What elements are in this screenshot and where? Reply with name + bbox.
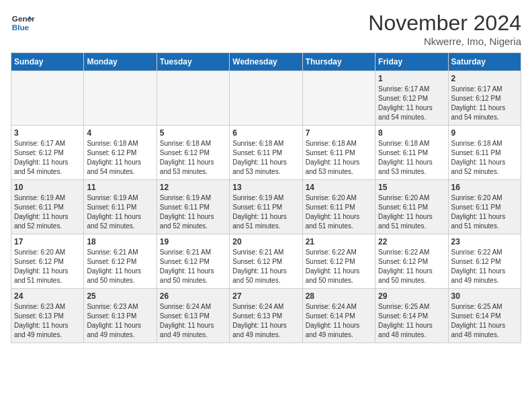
calendar-week-1: 1Sunrise: 6:17 AM Sunset: 6:12 PM Daylig… xyxy=(11,71,521,126)
month-title: November 2024 xyxy=(368,11,521,36)
day-info: Sunrise: 6:17 AM Sunset: 6:12 PM Dayligh… xyxy=(451,85,518,122)
day-number: 26 xyxy=(160,291,226,301)
day-number: 4 xyxy=(87,128,153,138)
day-info: Sunrise: 6:20 AM Sunset: 6:11 PM Dayligh… xyxy=(306,193,372,231)
calendar-week-3: 10Sunrise: 6:19 AM Sunset: 6:11 PM Dayli… xyxy=(11,180,521,234)
day-info: Sunrise: 6:17 AM Sunset: 6:12 PM Dayligh… xyxy=(14,139,81,177)
calendar-cell: 20Sunrise: 6:21 AM Sunset: 6:12 PM Dayli… xyxy=(230,234,302,289)
calendar-cell xyxy=(302,71,375,126)
calendar-cell: 19Sunrise: 6:21 AM Sunset: 6:12 PM Dayli… xyxy=(157,234,229,289)
calendar-body: 1Sunrise: 6:17 AM Sunset: 6:12 PM Daylig… xyxy=(11,71,521,343)
day-info: Sunrise: 6:19 AM Sunset: 6:11 PM Dayligh… xyxy=(160,193,226,231)
day-info: Sunrise: 6:23 AM Sunset: 6:13 PM Dayligh… xyxy=(14,302,81,340)
calendar-week-4: 17Sunrise: 6:20 AM Sunset: 6:12 PM Dayli… xyxy=(11,234,521,289)
day-info: Sunrise: 6:25 AM Sunset: 6:14 PM Dayligh… xyxy=(451,302,518,340)
calendar-cell: 25Sunrise: 6:23 AM Sunset: 6:13 PM Dayli… xyxy=(84,289,157,343)
day-number: 22 xyxy=(378,237,445,246)
day-header-friday: Friday xyxy=(375,53,448,71)
day-info: Sunrise: 6:22 AM Sunset: 6:12 PM Dayligh… xyxy=(451,248,518,285)
calendar-cell: 8Sunrise: 6:18 AM Sunset: 6:11 PM Daylig… xyxy=(375,126,448,180)
logo: General Blue xyxy=(11,11,35,35)
day-info: Sunrise: 6:21 AM Sunset: 6:12 PM Dayligh… xyxy=(160,248,226,285)
day-number: 9 xyxy=(451,128,518,138)
calendar-cell: 14Sunrise: 6:20 AM Sunset: 6:11 PM Dayli… xyxy=(302,180,375,234)
calendar-header-row: SundayMondayTuesdayWednesdayThursdayFrid… xyxy=(11,53,521,71)
day-header-thursday: Thursday xyxy=(302,53,375,71)
calendar-cell: 2Sunrise: 6:17 AM Sunset: 6:12 PM Daylig… xyxy=(448,71,521,126)
calendar-cell: 1Sunrise: 6:17 AM Sunset: 6:12 PM Daylig… xyxy=(375,71,448,126)
day-info: Sunrise: 6:22 AM Sunset: 6:12 PM Dayligh… xyxy=(378,248,445,285)
calendar-cell: 7Sunrise: 6:18 AM Sunset: 6:11 PM Daylig… xyxy=(302,126,375,180)
day-number: 21 xyxy=(306,237,372,246)
day-number: 23 xyxy=(451,237,518,246)
day-number: 6 xyxy=(232,128,299,138)
day-number: 20 xyxy=(232,237,299,246)
day-info: Sunrise: 6:21 AM Sunset: 6:12 PM Dayligh… xyxy=(232,248,299,285)
calendar-cell: 28Sunrise: 6:24 AM Sunset: 6:14 PM Dayli… xyxy=(302,289,375,343)
day-info: Sunrise: 6:18 AM Sunset: 6:11 PM Dayligh… xyxy=(232,139,299,177)
day-info: Sunrise: 6:24 AM Sunset: 6:14 PM Dayligh… xyxy=(306,302,372,340)
day-info: Sunrise: 6:19 AM Sunset: 6:11 PM Dayligh… xyxy=(232,193,299,231)
day-info: Sunrise: 6:24 AM Sunset: 6:13 PM Dayligh… xyxy=(232,302,299,340)
day-number: 7 xyxy=(306,128,372,138)
day-info: Sunrise: 6:17 AM Sunset: 6:12 PM Dayligh… xyxy=(378,85,445,122)
calendar-cell xyxy=(157,71,229,126)
calendar-cell: 15Sunrise: 6:20 AM Sunset: 6:11 PM Dayli… xyxy=(375,180,448,234)
calendar-cell: 26Sunrise: 6:24 AM Sunset: 6:13 PM Dayli… xyxy=(157,289,229,343)
calendar-cell: 24Sunrise: 6:23 AM Sunset: 6:13 PM Dayli… xyxy=(11,289,84,343)
day-info: Sunrise: 6:18 AM Sunset: 6:12 PM Dayligh… xyxy=(87,139,153,177)
day-info: Sunrise: 6:20 AM Sunset: 6:11 PM Dayligh… xyxy=(451,193,518,231)
day-info: Sunrise: 6:19 AM Sunset: 6:11 PM Dayligh… xyxy=(14,193,81,231)
day-number: 15 xyxy=(378,183,445,192)
calendar-cell: 3Sunrise: 6:17 AM Sunset: 6:12 PM Daylig… xyxy=(11,126,84,180)
svg-text:Blue: Blue xyxy=(12,23,30,32)
calendar-cell: 22Sunrise: 6:22 AM Sunset: 6:12 PM Dayli… xyxy=(375,234,448,289)
day-header-saturday: Saturday xyxy=(448,53,521,71)
day-info: Sunrise: 6:20 AM Sunset: 6:11 PM Dayligh… xyxy=(378,193,445,231)
day-info: Sunrise: 6:19 AM Sunset: 6:11 PM Dayligh… xyxy=(87,193,153,231)
calendar-cell: 9Sunrise: 6:18 AM Sunset: 6:11 PM Daylig… xyxy=(448,126,521,180)
page-header: General Blue November 2024 Nkwerre, Imo,… xyxy=(11,11,521,47)
calendar-cell: 13Sunrise: 6:19 AM Sunset: 6:11 PM Dayli… xyxy=(230,180,302,234)
calendar-cell: 12Sunrise: 6:19 AM Sunset: 6:11 PM Dayli… xyxy=(157,180,229,234)
day-header-wednesday: Wednesday xyxy=(230,53,302,71)
calendar-cell: 5Sunrise: 6:18 AM Sunset: 6:12 PM Daylig… xyxy=(157,126,229,180)
day-info: Sunrise: 6:24 AM Sunset: 6:13 PM Dayligh… xyxy=(160,302,226,340)
day-number: 19 xyxy=(160,237,226,246)
title-block: November 2024 Nkwerre, Imo, Nigeria xyxy=(368,11,521,47)
calendar-cell: 30Sunrise: 6:25 AM Sunset: 6:14 PM Dayli… xyxy=(448,289,521,343)
day-number: 8 xyxy=(378,128,445,138)
calendar-cell: 23Sunrise: 6:22 AM Sunset: 6:12 PM Dayli… xyxy=(448,234,521,289)
day-number: 13 xyxy=(232,183,299,192)
day-number: 11 xyxy=(87,183,153,192)
day-number: 27 xyxy=(232,291,299,301)
logo-icon: General Blue xyxy=(11,11,35,35)
day-number: 3 xyxy=(14,128,81,138)
day-number: 30 xyxy=(451,291,518,301)
day-info: Sunrise: 6:21 AM Sunset: 6:12 PM Dayligh… xyxy=(87,248,153,285)
calendar-cell xyxy=(11,71,84,126)
day-number: 10 xyxy=(14,183,81,192)
calendar-week-5: 24Sunrise: 6:23 AM Sunset: 6:13 PM Dayli… xyxy=(11,289,521,343)
day-number: 29 xyxy=(378,291,445,301)
calendar-cell: 16Sunrise: 6:20 AM Sunset: 6:11 PM Dayli… xyxy=(448,180,521,234)
calendar-cell: 10Sunrise: 6:19 AM Sunset: 6:11 PM Dayli… xyxy=(11,180,84,234)
day-number: 25 xyxy=(87,291,153,301)
day-info: Sunrise: 6:18 AM Sunset: 6:11 PM Dayligh… xyxy=(451,139,518,177)
calendar-cell: 4Sunrise: 6:18 AM Sunset: 6:12 PM Daylig… xyxy=(84,126,157,180)
day-number: 18 xyxy=(87,237,153,246)
day-info: Sunrise: 6:18 AM Sunset: 6:11 PM Dayligh… xyxy=(378,139,445,177)
calendar-cell: 18Sunrise: 6:21 AM Sunset: 6:12 PM Dayli… xyxy=(84,234,157,289)
day-number: 5 xyxy=(160,128,226,138)
day-header-tuesday: Tuesday xyxy=(157,53,229,71)
day-header-sunday: Sunday xyxy=(11,53,84,71)
day-number: 14 xyxy=(306,183,372,192)
day-info: Sunrise: 6:18 AM Sunset: 6:12 PM Dayligh… xyxy=(160,139,226,177)
day-header-monday: Monday xyxy=(84,53,157,71)
calendar-cell: 11Sunrise: 6:19 AM Sunset: 6:11 PM Dayli… xyxy=(84,180,157,234)
calendar-cell: 21Sunrise: 6:22 AM Sunset: 6:12 PM Dayli… xyxy=(302,234,375,289)
calendar-cell xyxy=(230,71,302,126)
day-number: 2 xyxy=(451,74,518,83)
calendar-cell: 29Sunrise: 6:25 AM Sunset: 6:14 PM Dayli… xyxy=(375,289,448,343)
day-number: 16 xyxy=(451,183,518,192)
